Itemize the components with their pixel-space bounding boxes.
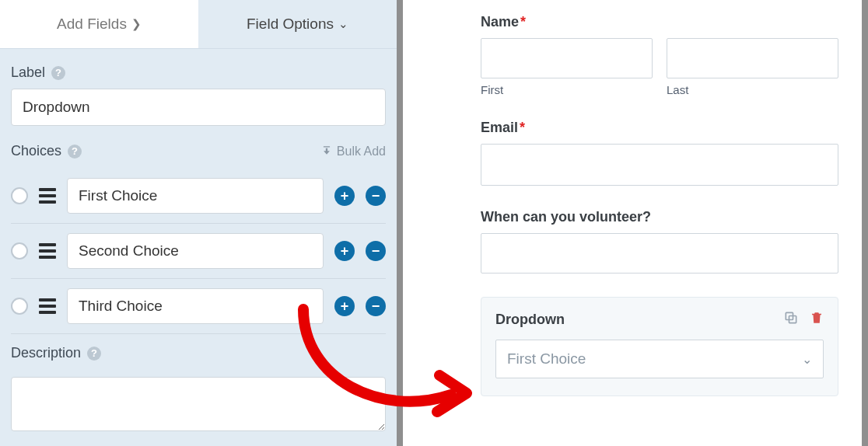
- label-section-header: Label ?: [11, 64, 386, 81]
- description-textarea[interactable]: [11, 377, 386, 431]
- choices-text: Choices: [11, 143, 61, 159]
- copy-icon[interactable]: [783, 310, 799, 329]
- chevron-down-icon: ⌄: [338, 17, 348, 31]
- label-text: Label: [11, 64, 45, 81]
- dropdown-label: Dropdown: [495, 312, 565, 328]
- name-field: Name* First Last: [481, 14, 838, 96]
- trash-icon[interactable]: [810, 310, 824, 329]
- email-field: Email*: [481, 120, 838, 186]
- download-icon: [321, 145, 332, 159]
- field-options-body: Label ? Choices ? Bulk Add + −: [0, 49, 397, 446]
- tab-add-fields[interactable]: Add Fields ❯: [0, 0, 198, 48]
- add-choice-button[interactable]: +: [334, 296, 355, 316]
- volunteer-input[interactable]: [481, 233, 838, 274]
- grip-icon[interactable]: [39, 298, 56, 314]
- chevron-down-icon: ⌄: [802, 352, 812, 367]
- tabs: Add Fields ❯ Field Options ⌄: [0, 0, 397, 49]
- grip-icon[interactable]: [39, 188, 56, 204]
- last-name-input[interactable]: [667, 38, 838, 78]
- choice-row: + −: [11, 224, 386, 279]
- dropdown-selected: First Choice: [507, 350, 586, 368]
- first-name-input[interactable]: [481, 38, 653, 78]
- tab-field-options-label: Field Options: [247, 16, 334, 33]
- email-label: Email: [481, 120, 518, 135]
- first-sublabel: First: [481, 83, 653, 96]
- choice-radio[interactable]: [11, 242, 28, 260]
- form-preview: Name* First Last Email* When can yo: [403, 0, 868, 446]
- remove-choice-button[interactable]: −: [366, 296, 386, 316]
- help-icon[interactable]: ?: [68, 145, 82, 159]
- chevron-right-icon: ❯: [131, 17, 142, 31]
- required-marker: *: [520, 14, 526, 30]
- volunteer-field: When can you volunteer?: [481, 209, 838, 274]
- description-text: Description: [11, 345, 81, 361]
- help-icon[interactable]: ?: [51, 66, 65, 80]
- sidebar-panel: Add Fields ❯ Field Options ⌄ Label ? Cho…: [0, 0, 403, 446]
- description-section: Description ?: [11, 345, 386, 434]
- remove-choice-button[interactable]: −: [366, 186, 386, 206]
- choice-input[interactable]: [67, 178, 324, 214]
- bulk-add-label: Bulk Add: [337, 145, 386, 159]
- tab-field-options[interactable]: Field Options ⌄: [198, 0, 397, 48]
- name-label: Name: [481, 14, 519, 30]
- choice-row: + −: [11, 279, 386, 334]
- choices-section-header: Choices ? Bulk Add: [11, 143, 386, 159]
- tab-add-fields-label: Add Fields: [57, 16, 127, 33]
- remove-choice-button[interactable]: −: [366, 241, 386, 261]
- email-input[interactable]: [481, 144, 838, 186]
- required-marker: *: [520, 120, 525, 135]
- choice-radio[interactable]: [11, 187, 28, 204]
- volunteer-label: When can you volunteer?: [481, 209, 651, 225]
- help-icon[interactable]: ?: [87, 347, 101, 361]
- label-input[interactable]: [11, 89, 386, 126]
- grip-icon[interactable]: [39, 243, 56, 259]
- add-choice-button[interactable]: +: [334, 241, 355, 261]
- choice-row: + −: [11, 169, 386, 224]
- choice-input[interactable]: [67, 288, 324, 324]
- dropdown-field-selected[interactable]: Dropdown First Choice ⌄: [481, 297, 838, 396]
- bulk-add-button[interactable]: Bulk Add: [321, 145, 386, 159]
- choice-radio[interactable]: [11, 298, 28, 315]
- choice-input[interactable]: [67, 233, 324, 269]
- last-sublabel: Last: [667, 83, 838, 96]
- dropdown-select[interactable]: First Choice ⌄: [495, 340, 824, 378]
- add-choice-button[interactable]: +: [334, 186, 355, 206]
